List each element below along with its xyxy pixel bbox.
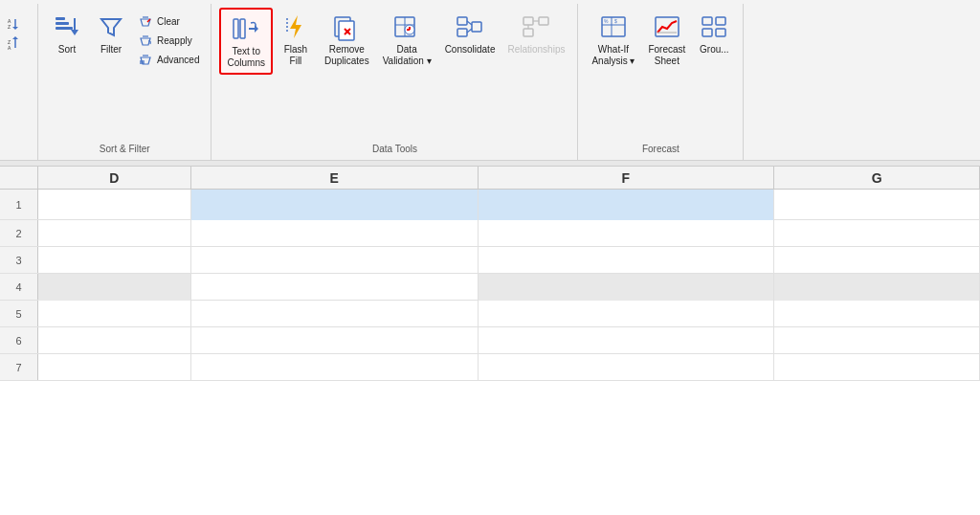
text-to-columns-label: Text to Columns (227, 46, 264, 69)
ribbon-left-partial: A Z Z A (0, 4, 38, 160)
data-validation-button[interactable]: Data Validation ▾ (377, 8, 437, 71)
clear-button[interactable]: Clear (134, 11, 203, 31)
svg-marker-3 (12, 27, 18, 30)
rows-area: 1 2 3 4 5 (0, 190, 980, 515)
advanced-button[interactable]: Advanced (134, 50, 203, 69)
cell-d4[interactable] (38, 274, 191, 301)
group-button[interactable]: Grou... (693, 8, 735, 59)
row-num-header (0, 167, 38, 189)
cell-d2[interactable] (38, 220, 191, 247)
table-row: 2 (0, 220, 980, 247)
cell-f5[interactable] (479, 301, 775, 327)
cell-e3[interactable] (191, 247, 479, 274)
clear-label: Clear (157, 16, 180, 27)
cell-e5[interactable] (191, 301, 479, 327)
cell-g2[interactable] (774, 220, 980, 247)
svg-rect-61 (716, 29, 725, 36)
forecast-label: Forecast (586, 140, 735, 160)
col-header-f[interactable]: F (479, 167, 775, 189)
sort-label: Sort (58, 44, 76, 56)
svg-rect-41 (457, 17, 467, 25)
sort-button[interactable]: Sort (46, 8, 88, 59)
cell-e1[interactable] (191, 190, 479, 220)
svg-text:A: A (8, 45, 11, 51)
sort-az-small-btn[interactable]: A Z (4, 13, 30, 33)
cell-f2[interactable] (479, 220, 775, 247)
cell-e4[interactable] (191, 274, 479, 301)
relationships-icon (521, 11, 551, 42)
cell-e7[interactable] (191, 354, 479, 381)
cell-f1[interactable] (479, 190, 775, 220)
cell-f6[interactable] (479, 327, 775, 354)
row-num-7: 7 (0, 354, 38, 380)
cell-g4[interactable] (774, 274, 980, 301)
svg-rect-47 (539, 17, 548, 25)
row-num-3: 3 (0, 247, 38, 273)
svg-rect-59 (716, 17, 725, 25)
cell-f4[interactable] (479, 274, 775, 301)
cell-g6[interactable] (774, 327, 980, 354)
cell-f7[interactable] (479, 354, 775, 381)
svg-marker-12 (71, 30, 78, 35)
data-tools-group: Text to Columns Flash Fill (212, 4, 578, 160)
flash-fill-label: Flash Fill (284, 44, 307, 67)
cell-e2[interactable] (191, 220, 479, 247)
remove-duplicates-button[interactable]: Remove Duplicates (319, 8, 375, 71)
flash-fill-icon (280, 11, 311, 42)
svg-rect-60 (702, 29, 712, 36)
spreadsheet: D E F G 1 2 3 4 (0, 167, 980, 515)
forecast-sheet-button[interactable]: Forecast Sheet (642, 8, 691, 71)
text-to-columns-button[interactable]: Text to Columns (219, 8, 272, 75)
sort-icon (52, 11, 82, 42)
cell-f3[interactable] (479, 247, 775, 274)
flash-fill-button[interactable]: Flash Fill (275, 8, 317, 71)
column-headers: D E F G (0, 167, 980, 190)
col-header-e[interactable]: E (191, 167, 479, 189)
sort-za-small-btn[interactable]: Z A (4, 34, 30, 54)
sort-stacked-group: Clear Reapply (134, 8, 203, 69)
cell-d6[interactable] (38, 327, 191, 354)
remove-duplicates-icon (331, 11, 362, 42)
clear-icon (138, 13, 153, 29)
relationships-button[interactable]: Relationships (502, 8, 569, 59)
reapply-label: Reapply (157, 35, 192, 46)
cell-g5[interactable] (774, 301, 980, 327)
cell-e6[interactable] (191, 327, 479, 354)
col-header-g[interactable]: G (774, 167, 980, 189)
svg-rect-10 (56, 27, 73, 30)
cell-g7[interactable] (774, 354, 980, 381)
cell-d1[interactable] (38, 190, 191, 220)
group-icon (699, 11, 729, 42)
what-if-analysis-button[interactable]: % $ What-If Analysis ▾ (586, 8, 640, 71)
data-tools-label: Data Tools (219, 140, 569, 160)
reapply-button[interactable]: Reapply (134, 31, 203, 50)
row-num-5: 5 (0, 301, 38, 326)
advanced-label: Advanced (157, 55, 199, 65)
consolidate-icon (455, 11, 485, 42)
cell-d7[interactable] (38, 354, 191, 381)
text-to-columns-icon (231, 13, 261, 44)
col-header-d[interactable]: D (38, 167, 191, 189)
table-row: 1 (0, 190, 980, 220)
table-row: 3 (0, 247, 980, 274)
cell-g1[interactable] (774, 190, 980, 220)
svg-rect-9 (56, 22, 69, 25)
cell-g3[interactable] (774, 247, 980, 274)
filter-icon (96, 11, 126, 42)
svg-rect-22 (234, 19, 238, 38)
filter-button[interactable]: Filter (90, 8, 132, 59)
remove-duplicates-label: Remove Duplicates (324, 44, 369, 67)
forecast-content: % $ What-If Analysis ▾ Forecast Sheet (586, 8, 735, 140)
advanced-icon (138, 52, 153, 67)
consolidate-button[interactable]: Consolidate (439, 8, 501, 59)
svg-marker-17 (141, 38, 150, 45)
cell-d3[interactable] (38, 247, 191, 274)
data-validation-label: Data Validation ▾ (383, 44, 432, 67)
row-num-4: 4 (0, 274, 38, 300)
svg-rect-46 (523, 17, 533, 25)
sort-az-icon: A Z (8, 15, 23, 31)
svg-text:Z: Z (8, 24, 11, 30)
svg-rect-58 (702, 17, 712, 25)
svg-rect-48 (523, 29, 533, 36)
cell-d5[interactable] (38, 301, 191, 327)
